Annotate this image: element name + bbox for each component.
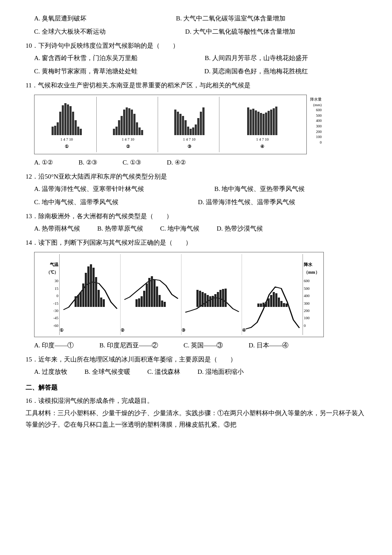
bar bbox=[273, 292, 275, 307]
q12-option-a: A. 温带海洋性气候、亚寒带针叶林气候 bbox=[34, 183, 206, 195]
q14-option-d: D. 日本——④ bbox=[248, 340, 288, 351]
q11-chart: 1 4 7 10 ① 1 4 7 10 ② bbox=[34, 95, 307, 154]
bar bbox=[100, 298, 102, 307]
bar bbox=[199, 291, 201, 307]
q14-num1: ① bbox=[60, 327, 63, 334]
bar bbox=[133, 114, 135, 135]
bar bbox=[214, 294, 216, 307]
q11-bars2 bbox=[98, 97, 158, 135]
bar bbox=[141, 296, 143, 307]
q14-sub4: ④ bbox=[242, 254, 303, 335]
bar bbox=[217, 292, 219, 307]
bar bbox=[270, 295, 272, 307]
q14-sub4-inner: ④ bbox=[242, 254, 303, 335]
bar bbox=[126, 107, 128, 135]
bar bbox=[159, 295, 161, 307]
q10-options-row2: C. 黄梅时节家家雨，青草池塘处处蛙 D. 莫恋南国春色好，燕地梅花胜桃红 bbox=[26, 66, 366, 77]
q11-bars3 bbox=[160, 97, 219, 135]
q9-options-block: A. 臭氧层遭到破坏 B. 大气中二氧化碳等温室气体含量增加 C. 全球六大板块… bbox=[26, 13, 366, 38]
q13-options-row: A. 热带雨林气候 B. 热带草原气候 C. 地中海气候 D. 热带沙漠气候 bbox=[26, 223, 366, 234]
bar bbox=[115, 127, 118, 135]
bar bbox=[123, 110, 125, 135]
q14-yaxis-left: 气温（℃） 30 15 0 -15 -30 -45 -60 bbox=[38, 254, 59, 335]
q14-yaxis-right: 降水（mm） 600 500 400 300 200 100 0 bbox=[303, 254, 320, 335]
bar bbox=[141, 130, 143, 135]
bar bbox=[80, 129, 82, 135]
q12-block: 12．沿50°N亚欧大陆西岸和东岸的气候类型分别是 A. 温带海洋性气候、亚寒带… bbox=[26, 171, 366, 208]
q11-bars1 bbox=[37, 97, 96, 135]
bar bbox=[280, 301, 282, 307]
q15-option-d: D. 湿地面积缩小 bbox=[197, 366, 243, 378]
bar bbox=[257, 112, 259, 135]
q9-options-row2: C. 全球六大板块不断运动 D. 大气中二氧化硫等酸性气体含量增加 bbox=[26, 26, 366, 38]
q9-option-a: A. 臭氧层遭到破坏 bbox=[34, 13, 167, 24]
q11-sub4: 1 4 7 10 ④ 降水量 (mm) 600 500 400 300 200 … bbox=[221, 97, 304, 152]
q14-sub2: ② bbox=[121, 254, 182, 335]
bar bbox=[75, 120, 77, 135]
bar bbox=[82, 283, 84, 307]
q14-stem: 14．读下图，判断下列国家与其气候对应正确的是（ ） bbox=[26, 237, 366, 249]
q14-bars2 bbox=[121, 254, 181, 314]
q11-num2: ② bbox=[126, 143, 130, 150]
bar bbox=[255, 110, 257, 135]
bar bbox=[138, 127, 141, 135]
q13-option-c: C. 地中海气候 bbox=[160, 223, 200, 234]
q12-option-b: B. 地中海气候、亚热带季风气候 bbox=[214, 183, 366, 195]
q13-option-d: D. 热带沙漠气候 bbox=[216, 223, 262, 234]
q10-option-c: C. 黄梅时节家家雨，青草池塘处处蛙 bbox=[34, 66, 196, 77]
bar bbox=[121, 116, 123, 135]
bar bbox=[262, 303, 265, 307]
bar bbox=[77, 127, 79, 135]
q11-xlabel3: 1 4 7 10 bbox=[183, 136, 196, 143]
q14-num3: ③ bbox=[182, 327, 185, 334]
q11-sub3: 1 4 7 10 ③ bbox=[160, 97, 219, 152]
bar bbox=[192, 127, 194, 135]
q11-options-row: A. ①② B. ②③ C. ①③ D. ④② bbox=[26, 157, 366, 168]
q10-block: 10．下列诗句中反映纬度位置对气候影响的是（ ） A. 窗含西岭千秋雪，门泊东吴… bbox=[26, 40, 366, 77]
q15-option-c: C. 滥伐森林 bbox=[147, 366, 181, 378]
bar bbox=[92, 268, 95, 307]
bar bbox=[128, 108, 130, 135]
bar bbox=[270, 110, 272, 135]
q16-block: 16．读模拟湿润气候的形成条件，完成题目。 工具材料：三只小塑料杯、少量干燥的沙… bbox=[26, 395, 366, 431]
bar bbox=[250, 110, 252, 135]
q15-option-b: B. 全球气候变暖 bbox=[84, 366, 130, 378]
bar bbox=[182, 116, 184, 135]
bar bbox=[265, 302, 267, 307]
q14-ylabel-title: 气温（℃） bbox=[38, 261, 58, 276]
bar bbox=[200, 112, 202, 135]
bar bbox=[190, 129, 192, 135]
q10-option-b: B. 人间四月芳菲尽，山寺桃花始盛开 bbox=[205, 52, 366, 64]
bar bbox=[52, 127, 54, 135]
q14-sub3-inner: ③ bbox=[182, 254, 242, 335]
q15-option-a: A. 过度放牧 bbox=[34, 366, 67, 378]
q10-stem: 10．下列诗句中反映纬度位置对气候影响的是（ ） bbox=[26, 40, 366, 52]
q10-option-d: D. 莫恋南国春色好，燕地梅花胜桃红 bbox=[205, 66, 366, 77]
bar bbox=[275, 293, 277, 307]
bar bbox=[90, 264, 92, 307]
bar bbox=[268, 111, 270, 135]
bar bbox=[247, 107, 249, 135]
q12-option-c: C. 地中海气候、温带季风气候 bbox=[34, 197, 190, 208]
q9-option-c: C. 全球六大板块不断运动 bbox=[34, 26, 177, 38]
q13-stem: 13．除南极洲外，各大洲都有的气候类型是（ ） bbox=[26, 211, 366, 222]
bar bbox=[153, 279, 156, 307]
bar bbox=[252, 109, 254, 135]
q11-right-legend: 降水量 (mm) 600 500 400 300 200 100 0 bbox=[310, 97, 322, 145]
q14-sub3: ③ bbox=[182, 254, 242, 335]
q14-sub1-inner: ① bbox=[60, 254, 120, 335]
bar bbox=[87, 266, 89, 307]
bar bbox=[64, 103, 66, 135]
bar bbox=[225, 289, 227, 307]
bar bbox=[138, 298, 140, 307]
bar bbox=[164, 302, 166, 307]
bar bbox=[136, 122, 138, 135]
section2-title: 二、解答题 bbox=[26, 382, 366, 393]
q14-options-row: A. 印度——① B. 印度尼西亚——② C. 英国——③ D. 日本——④ bbox=[26, 340, 366, 351]
bar bbox=[275, 107, 277, 135]
bar bbox=[262, 114, 265, 135]
bar bbox=[177, 112, 179, 135]
bar bbox=[146, 283, 148, 307]
q14-num4: ④ bbox=[242, 327, 246, 334]
q11-block: 11．气候和农业生产密切相关,东南亚是世界重要的稻米产区，与此相关的气候是 1 … bbox=[26, 80, 366, 168]
